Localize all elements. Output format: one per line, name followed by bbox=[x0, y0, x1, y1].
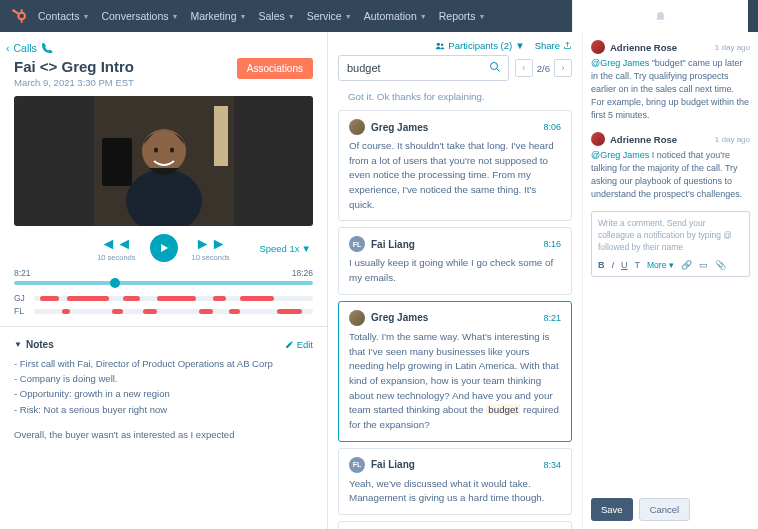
transcript-message-highlighted[interactable]: Greg James8:21 Totally. I'm the same way… bbox=[338, 301, 572, 442]
nav-conversations[interactable]: Conversations▼ bbox=[101, 10, 178, 22]
speaker-name: Fai Liang bbox=[371, 239, 415, 250]
svg-point-2 bbox=[12, 9, 15, 12]
call-title: Fai <> Greg Intro bbox=[14, 58, 134, 75]
phone-icon bbox=[41, 42, 53, 54]
top-nav: Contacts▼ Conversations▼ Marketing▼ Sale… bbox=[0, 0, 758, 32]
transcript-message[interactable]: FLFai Liang8:34 Yeah, we've discussed wh… bbox=[338, 448, 572, 515]
nav-sales[interactable]: Sales▼ bbox=[258, 10, 294, 22]
pencil-icon bbox=[285, 340, 294, 349]
speaker-name: Fai Liang bbox=[371, 459, 415, 470]
transcript-message[interactable]: Greg James8:06 Of course. It shouldn't t… bbox=[338, 110, 572, 221]
timestamp[interactable]: 8:06 bbox=[543, 122, 561, 132]
timestamp[interactable]: 8:16 bbox=[543, 239, 561, 249]
formatting-toolbar: B I U T More ▾ 🔗 ▭ 📎 bbox=[598, 260, 743, 270]
speaker-label: FL bbox=[14, 306, 28, 316]
more-formatting[interactable]: More ▾ bbox=[647, 260, 674, 270]
associations-button[interactable]: Associations bbox=[237, 58, 313, 79]
link-icon[interactable]: 🔗 bbox=[681, 260, 692, 270]
transcript-message[interactable]: FLFai Liang8:16 I usually keep it going … bbox=[338, 227, 572, 294]
nav-reports[interactable]: Reports▼ bbox=[439, 10, 486, 22]
next-result-button[interactable]: › bbox=[554, 59, 572, 77]
speed-control[interactable]: Speed 1x▼ bbox=[259, 243, 311, 254]
svg-point-22 bbox=[490, 63, 497, 70]
comment-composer[interactable]: Write a comment. Send your colleague a n… bbox=[591, 211, 750, 277]
italic-button[interactable]: I bbox=[612, 260, 615, 270]
nav-service[interactable]: Service▼ bbox=[307, 10, 352, 22]
user-menu-chevron[interactable]: ▼ bbox=[657, 99, 664, 106]
image-icon[interactable]: ▭ bbox=[699, 260, 708, 270]
speaker-avatar bbox=[349, 119, 365, 135]
attachment-icon[interactable]: 📎 bbox=[715, 260, 726, 270]
composer-placeholder[interactable]: Write a comment. Send your colleague a n… bbox=[598, 218, 743, 254]
video-player[interactable] bbox=[14, 96, 313, 226]
note-line: - Risk: Not a serious buyer right now bbox=[14, 402, 313, 417]
message-body: Totally. I'm the same way. What's intere… bbox=[349, 330, 561, 433]
svg-rect-14 bbox=[102, 138, 132, 186]
cancel-button[interactable]: Cancel bbox=[639, 498, 691, 521]
commenter-avatar bbox=[591, 132, 605, 146]
commenter-name: Adrienne Rose bbox=[610, 134, 677, 145]
message-body: I usually keep it going while I go check… bbox=[349, 256, 561, 285]
transcript-panel: Participants (2)▼ Share ‹ 2/6 › Got it. … bbox=[328, 32, 582, 529]
comment-age: 1 day ago bbox=[715, 43, 750, 52]
note-line: - First call with Fai, Director of Produ… bbox=[14, 356, 313, 371]
prev-result-button[interactable]: ‹ bbox=[515, 59, 533, 77]
underline-button[interactable]: U bbox=[621, 260, 628, 270]
timestamp[interactable]: 8:34 bbox=[543, 460, 561, 470]
commenter-avatar bbox=[591, 40, 605, 54]
commenter-name: Adrienne Rose bbox=[610, 42, 677, 53]
hubspot-logo[interactable] bbox=[10, 7, 28, 25]
participants-link[interactable]: Participants (2)▼ bbox=[435, 40, 524, 51]
transcript-message[interactable]: Greg James8:39 OK. The timeline for thes… bbox=[338, 521, 572, 529]
comment-body: @Greg James I noticed that you're talkin… bbox=[591, 149, 750, 201]
forward-10-button[interactable]: ►►10 seconds bbox=[192, 235, 230, 262]
chevron-left-icon: ‹ bbox=[6, 42, 10, 54]
share-icon bbox=[563, 41, 572, 50]
mention[interactable]: @Greg James bbox=[591, 58, 649, 68]
svg-rect-15 bbox=[214, 106, 228, 166]
chevron-down-icon[interactable]: ▼ bbox=[14, 340, 22, 349]
nav-marketing[interactable]: Marketing▼ bbox=[190, 10, 246, 22]
timeline-scrubber[interactable] bbox=[14, 281, 313, 285]
result-counter: 2/6 bbox=[537, 63, 550, 74]
save-button[interactable]: Save bbox=[591, 498, 633, 521]
svg-point-4 bbox=[21, 9, 23, 11]
chevron-down-icon: ▼ bbox=[302, 243, 311, 254]
text-color-button[interactable]: T bbox=[635, 260, 641, 270]
timeline-end: 18:26 bbox=[292, 268, 313, 278]
timeline-handle[interactable] bbox=[110, 278, 120, 288]
nav-automation[interactable]: Automation▼ bbox=[364, 10, 427, 22]
bold-button[interactable]: B bbox=[598, 260, 605, 270]
note-line: - Company is doing well. bbox=[14, 371, 313, 386]
speaker-avatar: FL bbox=[349, 457, 365, 473]
nav-contacts[interactable]: Contacts▼ bbox=[38, 10, 89, 22]
edit-notes-button[interactable]: Edit bbox=[285, 339, 313, 350]
svg-point-6 bbox=[21, 21, 23, 23]
transcript-snippet: Got it. Ok thanks for explaining. bbox=[338, 87, 572, 110]
search-icon[interactable] bbox=[489, 61, 501, 75]
speaker-avatar bbox=[349, 310, 365, 326]
speaker-tracks: GJ FL bbox=[14, 293, 313, 316]
rewind-10-button[interactable]: ◄◄10 seconds bbox=[97, 235, 135, 262]
timestamp[interactable]: 8:21 bbox=[543, 313, 561, 323]
comment-body: @Greg James "budget" came up later in th… bbox=[591, 57, 750, 122]
speaker-name: Greg James bbox=[371, 122, 428, 133]
note-line: - Opportunity: growth in a new region bbox=[14, 386, 313, 401]
svg-point-17 bbox=[142, 129, 186, 173]
play-button[interactable] bbox=[150, 234, 178, 262]
transcript-search-input[interactable] bbox=[338, 55, 509, 81]
track-gj[interactable] bbox=[34, 296, 313, 301]
timeline-start: 8:21 bbox=[14, 268, 31, 278]
notes-section: ▼Notes Edit - First call with Fai, Direc… bbox=[0, 333, 327, 454]
track-fl[interactable] bbox=[34, 309, 313, 314]
mention[interactable]: @Greg James bbox=[591, 150, 649, 160]
message-body: Of course. It shouldn't take that long. … bbox=[349, 139, 561, 212]
comment-age: 1 day ago bbox=[715, 135, 750, 144]
share-link[interactable]: Share bbox=[535, 40, 572, 51]
call-datetime: March 9, 2021 3:30 PM EST bbox=[14, 77, 134, 88]
left-panel: ‹ Calls Fai <> Greg Intro March 9, 2021 … bbox=[0, 32, 328, 529]
svg-point-18 bbox=[154, 148, 158, 153]
svg-line-23 bbox=[496, 69, 499, 72]
back-to-calls[interactable]: ‹ Calls bbox=[6, 42, 53, 54]
notifications-icon[interactable] bbox=[654, 11, 668, 25]
